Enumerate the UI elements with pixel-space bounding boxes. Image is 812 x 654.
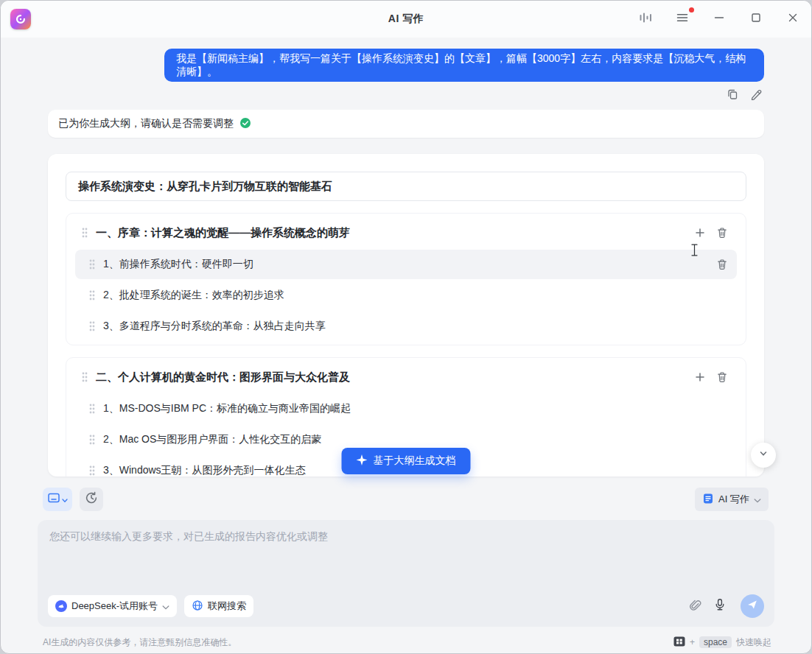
- drag-handle-icon[interactable]: [88, 320, 96, 332]
- history-clock-icon: [85, 491, 98, 507]
- outline-item-text[interactable]: 1、前操作系统时代：硬件即一切: [103, 258, 709, 271]
- sound-wave-icon: [639, 11, 652, 27]
- minimize-icon: [713, 11, 726, 27]
- space-key-badge: space: [699, 636, 732, 648]
- composer-inputbox: DeepSeek-试用账号 联网搜索: [38, 520, 774, 627]
- notification-dot: [689, 7, 694, 13]
- maximize-button[interactable]: [746, 9, 766, 29]
- outline-item-row: 1、前操作系统时代：硬件即一切: [75, 250, 737, 279]
- assistant-message-text: 已为你生成大纲，请确认是否需要调整: [58, 117, 234, 130]
- outline-item-text[interactable]: 1、MS-DOS与IBM PC：标准的确立与商业帝国的崛起: [103, 402, 728, 415]
- outline-item-row: 2、批处理系统的诞生：效率的初步追求: [75, 281, 737, 310]
- delete-section-button[interactable]: [716, 227, 728, 239]
- ai-writing-doc-icon: [702, 493, 714, 507]
- delete-item-button[interactable]: [716, 259, 728, 270]
- globe-icon: [192, 600, 203, 613]
- close-icon: [786, 11, 799, 27]
- win-key-icon: [673, 636, 685, 649]
- outline-item-text[interactable]: 2、Mac OS与图形用户界面：人性化交互的启蒙: [103, 433, 728, 446]
- chevron-down-icon: [162, 601, 169, 612]
- minimize-button[interactable]: [709, 9, 729, 29]
- disclaimer-text: AI生成的内容仅供参考，请注意甄别信息准确性。: [43, 636, 237, 649]
- drag-handle-icon[interactable]: [88, 289, 96, 301]
- drag-handle-icon[interactable]: [81, 371, 88, 383]
- paperclip-icon: [688, 598, 701, 614]
- section-heading-text[interactable]: 二、个人计算机的黄金时代：图形界面与大众化普及: [96, 370, 687, 384]
- shortcut-hint-group: + space 快速唤起: [673, 636, 771, 649]
- microphone-icon: [713, 598, 727, 614]
- outline-title-field[interactable]: 操作系统演变史：从穿孔卡片到万物互联的智能基石: [66, 172, 746, 201]
- send-button[interactable]: [741, 594, 764, 618]
- status-bar: AI生成的内容仅供参考，请注意甄别信息准确性。 + space 快速唤起: [43, 634, 771, 650]
- assistant-message-card: 已为你生成大纲，请确认是否需要调整: [48, 110, 764, 138]
- sound-wave-button[interactable]: [635, 9, 656, 29]
- section-heading-row: 一、序章：计算之魂的觉醒——操作系统概念的萌芽: [75, 217, 737, 248]
- shortcut-plus: +: [690, 637, 695, 647]
- generate-document-button[interactable]: 基于大纲生成文档: [342, 448, 471, 474]
- deepseek-logo-icon: [55, 600, 67, 612]
- model-select[interactable]: DeepSeek-试用账号: [48, 595, 177, 617]
- history-button[interactable]: [80, 488, 103, 511]
- maximize-icon: [749, 11, 763, 27]
- paper-plane-icon: [746, 599, 758, 613]
- chevron-down-icon: [62, 493, 68, 506]
- section-heading-text[interactable]: 一、序章：计算之魂的觉醒——操作系统概念的萌芽: [96, 226, 687, 240]
- user-message-bubble: 我是【新闻稿主编】，帮我写一篇关于【操作系统演变史】的【文章】，篇幅【3000字…: [164, 49, 764, 82]
- drag-handle-icon[interactable]: [88, 403, 96, 415]
- add-subsection-button[interactable]: [694, 227, 706, 239]
- outline-item-row: 1、MS-DOS与IBM PC：标准的确立与商业帝国的崛起: [75, 394, 737, 423]
- drag-handle-icon[interactable]: [88, 465, 96, 477]
- outline-card: 操作系统演变史：从穿孔卡片到万物互联的智能基石 一、序章：计算之魂的觉醒——操作…: [48, 154, 764, 477]
- composer-input[interactable]: [49, 530, 763, 588]
- composer-toolbar: AI 写作: [38, 487, 774, 512]
- drag-handle-icon[interactable]: [88, 434, 96, 446]
- copy-icon: [727, 88, 738, 103]
- mode-select[interactable]: AI 写作: [695, 488, 769, 511]
- user-message-text: 我是【新闻稿主编】，帮我写一篇关于【操作系统演变史】的【文章】，篇幅【3000字…: [176, 52, 752, 79]
- outline-section-1: 一、序章：计算之魂的觉醒——操作系统概念的萌芽 1、前操作系统时代：硬件即一切: [66, 213, 746, 345]
- shortcut-hint-text: 快速唤起: [736, 636, 771, 649]
- chevron-down-icon: [754, 494, 761, 505]
- menu-icon: [676, 11, 689, 27]
- chevron-down-icon: [757, 448, 769, 463]
- new-conversation-button[interactable]: [43, 488, 72, 511]
- add-subsection-button[interactable]: [694, 371, 706, 383]
- new-draft-icon: [47, 491, 60, 507]
- app-logo-icon: [10, 9, 31, 29]
- app-window: AI 写作: [0, 0, 812, 654]
- delete-section-button[interactable]: [716, 371, 728, 383]
- mic-button[interactable]: [711, 597, 729, 615]
- generate-document-label: 基于大纲生成文档: [374, 454, 456, 468]
- drag-handle-icon[interactable]: [81, 227, 88, 239]
- scroll-down-button[interactable]: [751, 443, 776, 468]
- pencil-icon: [750, 88, 762, 103]
- edit-message-button[interactable]: [749, 89, 763, 102]
- attach-button[interactable]: [686, 597, 704, 615]
- copy-message-button[interactable]: [726, 89, 739, 102]
- mode-select-label: AI 写作: [718, 493, 749, 506]
- web-search-button[interactable]: 联网搜索: [184, 595, 253, 617]
- web-search-label: 联网搜索: [208, 600, 246, 613]
- outline-item-row: 3、多道程序与分时系统的革命：从独占走向共享: [75, 312, 737, 341]
- outline-item-text[interactable]: 2、批处理系统的诞生：效率的初步追求: [103, 289, 728, 302]
- close-button[interactable]: [783, 9, 803, 29]
- success-check-icon: [239, 117, 251, 131]
- outline-item-text[interactable]: 3、多道程序与分时系统的革命：从独占走向共享: [103, 320, 728, 333]
- message-actions: [726, 89, 763, 102]
- window-controls: [635, 9, 803, 29]
- sparkle-icon: [357, 454, 368, 468]
- menu-button[interactable]: [672, 9, 693, 29]
- titlebar: AI 写作: [1, 1, 811, 38]
- model-select-label: DeepSeek-试用账号: [71, 600, 158, 613]
- drag-handle-icon[interactable]: [88, 259, 96, 270]
- section-heading-row: 二、个人计算机的黄金时代：图形界面与大众化普及: [75, 362, 737, 393]
- composer-footer: DeepSeek-试用账号 联网搜索: [48, 594, 764, 618]
